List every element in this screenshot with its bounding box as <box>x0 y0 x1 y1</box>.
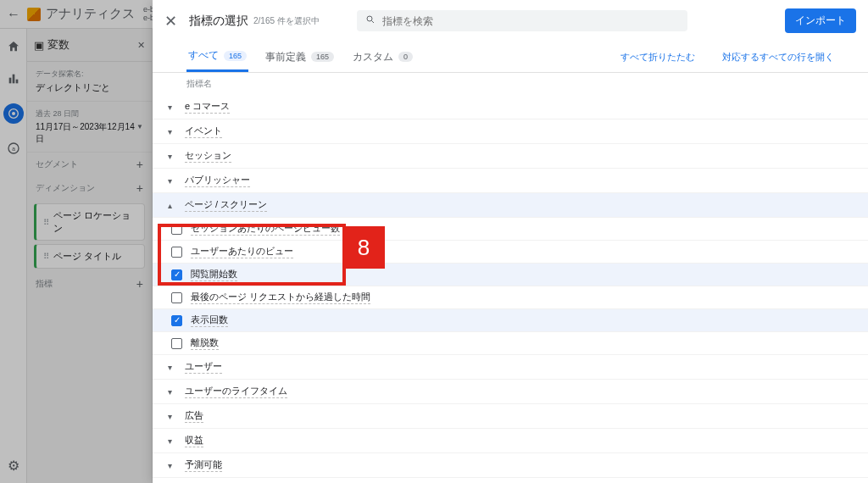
group-page-screen[interactable]: ▴ページ / スクリーン <box>153 193 868 218</box>
group-label: セッション <box>185 149 231 163</box>
metric-label: ユーザーあたりのビュー <box>191 245 293 258</box>
group-publisher[interactable]: ▾パブリッシャー <box>153 169 868 193</box>
svg-text:a: a <box>12 146 15 152</box>
tabs-row: すべて165 事前定義165 カスタム0 すべて折りたたむ 対応するすべての行を… <box>153 38 868 73</box>
tab-all[interactable]: すべて165 <box>186 42 248 72</box>
dimension-chip-label: ページ タイトル <box>53 250 121 263</box>
dimension-chip-label: ページ ロケーション <box>53 209 137 235</box>
date-range-label: 過去 28 日間 <box>36 108 136 119</box>
checkbox-icon[interactable] <box>171 224 182 235</box>
svg-point-4 <box>12 112 15 115</box>
panel-title: 指標の選択 <box>189 14 248 29</box>
metric-item-views[interactable]: ✓表示回数 <box>153 309 868 332</box>
metric-item-time-since-last[interactable]: 最後のページ リクエストから経過した時間 <box>153 286 868 309</box>
search-icon <box>365 14 376 27</box>
add-metric-icon[interactable]: + <box>136 277 143 291</box>
chevron-up-icon: ▴ <box>168 201 185 210</box>
svg-rect-1 <box>12 75 14 84</box>
group-revenue[interactable]: ▾収益 <box>153 429 868 453</box>
chevron-down-icon: ▾ <box>168 461 185 470</box>
metrics-label: 指標 <box>36 278 53 290</box>
checkbox-checked-icon[interactable]: ✓ <box>171 269 182 280</box>
data-source-value: ディレクトリごと <box>36 81 143 94</box>
group-user[interactable]: ▾ユーザー <box>153 355 868 380</box>
group-label: 広告 <box>185 409 203 423</box>
home-icon[interactable] <box>6 39 21 54</box>
variables-header: ▣変数 ✕ <box>27 29 152 62</box>
svg-point-7 <box>367 16 372 21</box>
group-label: ユーザー <box>185 360 222 374</box>
checkbox-checked-icon[interactable]: ✓ <box>171 315 182 326</box>
variables-panel: ▣変数 ✕ データ探索名: ディレクトリごと 過去 28 日間 11月17日～2… <box>27 29 153 483</box>
tab-predefined[interactable]: 事前定義165 <box>264 43 336 71</box>
metric-label: 最後のページ リクエストから経過した時間 <box>191 291 370 304</box>
expand-all-link[interactable]: 対応するすべての行を開く <box>722 51 834 64</box>
reports-icon[interactable] <box>6 71 21 86</box>
checkbox-icon[interactable] <box>171 338 182 349</box>
group-label: パブリッシャー <box>185 174 250 187</box>
svg-line-8 <box>371 21 374 24</box>
dimension-chip[interactable]: ⠿ページ タイトル <box>34 244 145 269</box>
app-title: アナリティクス <box>46 6 135 22</box>
metric-item-views-per-user[interactable]: ユーザーあたりのビュー <box>153 241 868 264</box>
import-button[interactable]: インポート <box>785 8 856 33</box>
chevron-down-icon: ▾ <box>168 363 185 372</box>
add-segment-icon[interactable]: + <box>136 158 143 171</box>
metric-item-engaged-sessions[interactable]: ✓閲覧開始数 <box>153 264 868 286</box>
group-label: e コマース <box>185 100 230 114</box>
add-dimension-icon[interactable]: + <box>136 181 143 195</box>
explore-icon[interactable] <box>3 103 24 124</box>
metric-label: 閲覧開始数 <box>191 268 237 281</box>
group-label: 収益 <box>185 434 203 447</box>
advertising-icon[interactable]: a <box>6 141 21 156</box>
dropdown-caret-icon: ▼ <box>136 123 143 130</box>
tab-custom[interactable]: カスタム0 <box>351 43 415 71</box>
collapse-all-link[interactable]: すべて折りたたむ <box>620 51 695 64</box>
back-arrow-icon[interactable]: ← <box>7 7 20 22</box>
date-range-section[interactable]: 過去 28 日間 11月17日～2023年12月14日 ▼ <box>27 102 152 153</box>
close-panel-icon[interactable]: ✕ <box>164 12 177 31</box>
data-source-section[interactable]: データ探索名: ディレクトリごと <box>27 62 152 102</box>
svg-rect-0 <box>8 78 11 84</box>
group-session[interactable]: ▾セッション <box>153 144 868 169</box>
group-label: ユーザーのライフタイム <box>185 385 287 398</box>
chevron-down-icon: ▾ <box>168 103 185 112</box>
checkbox-icon[interactable] <box>171 292 182 303</box>
group-label: イベント <box>185 125 222 138</box>
list-column-header: 指標名 <box>153 73 868 95</box>
metrics-header: 指標 + <box>27 272 152 296</box>
variables-icon: ▣ <box>34 39 44 52</box>
chevron-down-icon: ▾ <box>168 387 185 397</box>
settings-gear-icon[interactable]: ⚙ <box>6 458 21 473</box>
segments-header: セグメント + <box>27 153 152 176</box>
metric-label: 離脱数 <box>191 336 219 350</box>
group-predictable[interactable]: ▾予測可能 <box>153 453 868 478</box>
left-nav-rail: a ⚙ <box>0 29 27 483</box>
drag-handle-icon[interactable]: ⠿ <box>43 218 48 227</box>
group-ecommerce[interactable]: ▾e コマース <box>153 95 868 119</box>
date-range-value: 11月17日～2023年12月14日 <box>36 121 136 145</box>
tab-custom-badge: 0 <box>398 52 413 62</box>
search-input[interactable] <box>382 15 679 27</box>
close-variables-icon[interactable]: ✕ <box>137 40 145 51</box>
ga-logo-icon <box>27 8 41 21</box>
chevron-down-icon: ▾ <box>168 152 185 161</box>
group-user-lifetime[interactable]: ▾ユーザーのライフタイム <box>153 380 868 404</box>
group-event[interactable]: ▾イベント <box>153 119 868 144</box>
dimensions-label: ディメンション <box>36 182 95 194</box>
dimensions-header: ディメンション + <box>27 176 152 200</box>
metric-picker-panel: ✕ 指標の選択 2/165 件を選択中 インポート すべて165 事前定義165… <box>153 0 868 483</box>
checkbox-icon[interactable] <box>171 247 182 258</box>
group-ad[interactable]: ▾広告 <box>153 404 868 429</box>
metric-item-pv-per-session[interactable]: セッションあたりのページビュー数 <box>153 218 868 241</box>
metric-list: ▾e コマース ▾イベント ▾セッション ▾パブリッシャー ▴ページ / スクリ… <box>153 95 868 483</box>
panel-subtitle: 2/165 件を選択中 <box>253 15 320 27</box>
search-box[interactable] <box>357 10 687 31</box>
tab-predefined-badge: 165 <box>311 52 334 62</box>
dimension-chip[interactable]: ⠿ページ ロケーション <box>34 203 145 241</box>
variables-title: 変数 <box>47 37 70 53</box>
drag-handle-icon[interactable]: ⠿ <box>43 252 48 261</box>
chevron-down-icon: ▾ <box>168 436 185 446</box>
panel-header: ✕ 指標の選択 2/165 件を選択中 インポート <box>153 0 868 38</box>
metric-item-exits[interactable]: 離脱数 <box>153 332 868 355</box>
